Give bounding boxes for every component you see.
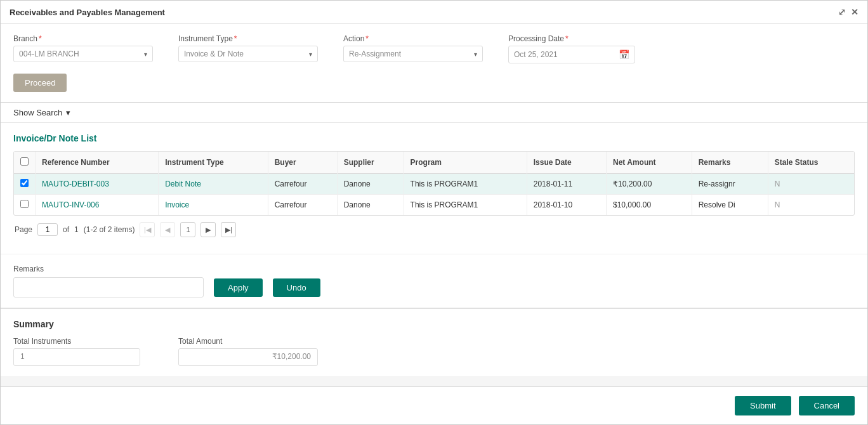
invoice-table: Reference Number Instrument Type Buyer S… — [13, 151, 855, 216]
instrument-type-value: Invoice — [165, 200, 189, 209]
row-remarks: Re-assignr — [692, 174, 768, 195]
show-search-label: Show Search — [13, 108, 62, 117]
top-form-section: Branch* 004-LM BRANCH ▾ Instrument Type*… — [1, 24, 867, 103]
total-amount-item: Total Amount ₹10,200.00 — [178, 337, 318, 366]
col-remarks: Remarks — [692, 152, 768, 174]
col-stale-status: Stale Status — [768, 152, 854, 174]
total-amount-label: Total Amount — [178, 337, 318, 346]
col-net-amount: Net Amount — [607, 152, 692, 174]
section-title: Invoice/Dr Note List — [13, 133, 855, 143]
row-net-amount: ₹10,200.00 — [607, 174, 692, 195]
first-page-button[interactable]: |◀ — [140, 222, 155, 237]
summary-row: Total Instruments 1 Total Amount ₹10,200… — [13, 337, 855, 366]
of-label: of — [63, 225, 69, 234]
title-bar: Receivables and Payables Management ⤢ ✕ — [1, 1, 867, 24]
instrument-type-group: Instrument Type* Invoice & Dr Note ▾ — [178, 34, 318, 63]
row-checkbox-cell — [14, 174, 36, 195]
instrument-type-label: Instrument Type* — [178, 34, 318, 43]
remarks-row: Apply Undo — [13, 277, 855, 298]
instrument-type-select[interactable]: Invoice & Dr Note ▾ — [178, 46, 318, 62]
row-remarks: Resolve Di — [692, 195, 768, 216]
processing-date-input[interactable]: Oct 25, 2021 📅 — [508, 46, 635, 63]
branch-select[interactable]: 004-LM BRANCH ▾ — [13, 46, 153, 62]
summary-title: Summary — [13, 319, 855, 329]
ref-number-link[interactable]: MAUTO-DEBIT-003 — [42, 180, 109, 188]
branch-chevron-icon: ▾ — [144, 51, 147, 58]
table-row: MAUTO-INV-006 Invoice Carrefour Danone T… — [14, 195, 854, 216]
row-issue-date: 2018-01-11 — [527, 174, 606, 195]
calendar-icon: 📅 — [619, 49, 629, 60]
row-instrument-type: Debit Note — [159, 174, 268, 195]
close-icon[interactable]: ✕ — [851, 7, 858, 17]
col-supplier: Supplier — [337, 152, 404, 174]
maximize-icon[interactable]: ⤢ — [838, 7, 846, 17]
summary-section: Summary Total Instruments 1 Total Amount… — [1, 308, 867, 376]
last-page-button[interactable]: ▶| — [221, 222, 236, 237]
window-title: Receivables and Payables Management — [10, 8, 165, 17]
undo-button[interactable]: Undo — [273, 278, 320, 297]
prev-page-button[interactable]: ◀ — [160, 222, 175, 237]
row-buyer: Carrefour — [268, 174, 337, 195]
page-number-button[interactable]: 1 — [180, 222, 195, 237]
row-checkbox[interactable] — [20, 200, 29, 208]
col-program: Program — [404, 152, 527, 174]
row-supplier: Danone — [337, 174, 404, 195]
form-row: Branch* 004-LM BRANCH ▾ Instrument Type*… — [13, 34, 855, 63]
branch-group: Branch* 004-LM BRANCH ▾ — [13, 34, 153, 63]
total-amount-value: ₹10,200.00 — [178, 348, 318, 366]
pagination-row: Page of 1 (1-2 of 2 items) |◀ ◀ 1 ▶ ▶| — [13, 216, 855, 244]
proceed-button[interactable]: Proceed — [13, 74, 67, 92]
row-instrument-type: Invoice — [159, 195, 268, 216]
title-bar-controls: ⤢ ✕ — [838, 7, 858, 17]
items-label: (1-2 of 2 items) — [84, 225, 135, 234]
remarks-label: Remarks — [13, 265, 855, 273]
total-instruments-item: Total Instruments 1 — [13, 337, 140, 366]
main-window: Receivables and Payables Management ⤢ ✕ … — [0, 0, 868, 425]
col-instrument-type: Instrument Type — [159, 152, 268, 174]
row-buyer: Carrefour — [268, 195, 337, 216]
row-stale-status: N — [768, 195, 854, 216]
next-page-button[interactable]: ▶ — [201, 222, 216, 237]
header-checkbox-cell — [14, 152, 36, 174]
action-group: Action* Re-Assignment ▾ — [343, 34, 483, 63]
processing-date-label: Processing Date* — [508, 34, 635, 43]
footer-section: Submit Cancel — [1, 386, 867, 424]
remarks-input[interactable] — [13, 277, 204, 298]
row-checkbox-cell — [14, 195, 36, 216]
row-ref-number: MAUTO-INV-006 — [36, 195, 159, 216]
row-checkbox[interactable] — [20, 179, 29, 187]
total-instruments-value: 1 — [13, 348, 140, 366]
instrument-type-chevron-icon: ▾ — [309, 51, 312, 58]
show-search-bar[interactable]: Show Search ▾ — [1, 103, 867, 123]
row-program: This is PROGRAM1 — [404, 195, 527, 216]
row-issue-date: 2018-01-10 — [527, 195, 606, 216]
table-row: MAUTO-DEBIT-003 Debit Note Carrefour Dan… — [14, 174, 854, 195]
submit-button[interactable]: Submit — [735, 396, 791, 415]
row-supplier: Danone — [337, 195, 404, 216]
action-chevron-icon: ▾ — [474, 51, 477, 58]
total-pages: 1 — [74, 225, 79, 234]
current-page-input[interactable] — [37, 223, 58, 236]
action-select[interactable]: Re-Assignment ▾ — [343, 46, 483, 62]
table-header-row: Reference Number Instrument Type Buyer S… — [14, 152, 854, 174]
row-net-amount: $10,000.00 — [607, 195, 692, 216]
action-label: Action* — [343, 34, 483, 43]
col-issue-date: Issue Date — [527, 152, 606, 174]
apply-button[interactable]: Apply — [214, 278, 263, 297]
main-content: Branch* 004-LM BRANCH ▾ Instrument Type*… — [1, 24, 867, 386]
page-label: Page — [15, 225, 32, 234]
branch-label: Branch* — [13, 34, 153, 43]
row-ref-number: MAUTO-DEBIT-003 — [36, 174, 159, 195]
select-all-checkbox[interactable] — [20, 157, 29, 166]
processing-date-group: Processing Date* Oct 25, 2021 📅 — [508, 34, 635, 63]
remarks-section: Remarks Apply Undo — [1, 254, 867, 308]
row-stale-status: N — [768, 174, 854, 195]
total-instruments-label: Total Instruments — [13, 337, 140, 346]
row-program: This is PROGRAM1 — [404, 174, 527, 195]
instrument-type-value: Debit Note — [165, 180, 201, 188]
invoice-list-section: Invoice/Dr Note List Reference Number In… — [1, 123, 867, 254]
cancel-button[interactable]: Cancel — [799, 396, 855, 415]
ref-number-link[interactable]: MAUTO-INV-006 — [42, 200, 99, 209]
show-search-chevron-icon: ▾ — [66, 108, 70, 117]
col-buyer: Buyer — [268, 152, 337, 174]
